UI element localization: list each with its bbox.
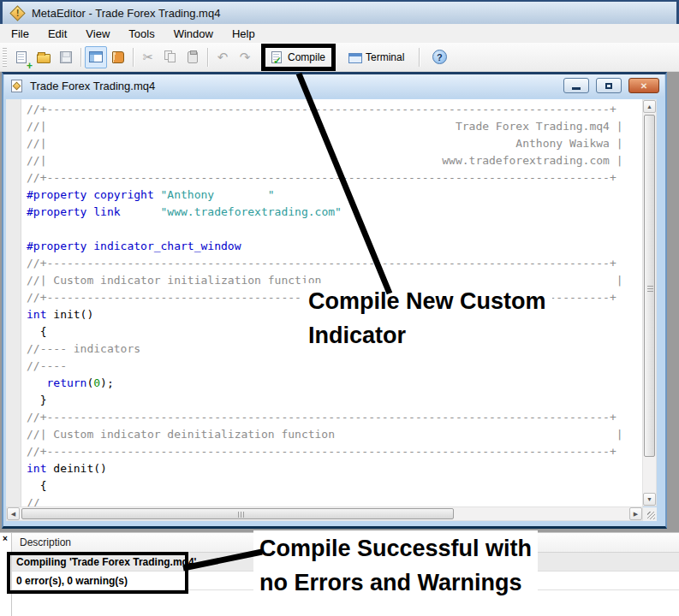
minimize-button[interactable] — [563, 78, 589, 93]
toolbar: + ✂ ↶ ↷ ✓ Compile Terminal ? — [0, 43, 679, 72]
document-title-bar[interactable]: Trade Forex Trading.mq4 ✕ — [4, 74, 664, 98]
menu-item-tools[interactable]: Tools — [119, 26, 164, 42]
menu-bar: FileEditViewToolsWindowHelp — [0, 24, 679, 43]
code-line: #property link "www.tradeforextrading.co… — [27, 204, 623, 221]
annotation-text-success: Compile Successful with no Errors and Wa… — [253, 530, 538, 601]
code-line: int deinit() — [27, 460, 623, 477]
cut-button[interactable]: ✂ — [137, 46, 159, 68]
editor-gutter — [6, 99, 21, 506]
new-file-icon — [16, 51, 27, 63]
annotation-line: Compile Successful with — [259, 536, 532, 561]
code-line: //+-------------------------------------… — [27, 443, 623, 460]
toolbar-separator — [80, 48, 81, 67]
annotation-line: Indicator — [308, 323, 406, 348]
maximize-button[interactable] — [596, 78, 622, 93]
code-line: return(0); — [27, 375, 623, 392]
terminal-icon — [348, 53, 362, 63]
code-line: //| Anthony Waikwa | — [27, 135, 623, 152]
terminal-button-label: Terminal — [366, 51, 404, 63]
resize-grip[interactable] — [643, 507, 657, 521]
paste-button[interactable] — [182, 46, 204, 68]
redo-arrow-icon: ↷ — [240, 50, 251, 63]
help-button[interactable]: ? — [428, 46, 450, 68]
save-icon — [60, 51, 72, 63]
scissors-icon: ✂ — [143, 50, 154, 63]
code-line — [27, 221, 623, 238]
code-line: //| www.tradeforextrading.com | — [27, 152, 623, 169]
toolbar-separator — [207, 48, 208, 67]
horizontal-scrollbar[interactable]: ◀ ▶ — [6, 506, 643, 521]
mq4-document-icon — [11, 80, 22, 92]
code-line: //| Custom indicator deinitialization fu… — [27, 426, 623, 443]
window-title-bar: ! MetaEditor - Trade Forex Trading.mq4 — [0, 0, 679, 24]
paste-icon — [188, 51, 198, 63]
close-button[interactable]: ✕ — [628, 78, 659, 93]
document-title: Trade Forex Trading.mq4 — [30, 80, 155, 92]
code-line: //| Trade Forex Trading.mq4 | — [27, 118, 623, 135]
new-file-button[interactable]: + — [10, 46, 33, 68]
scroll-up-button[interactable]: ▲ — [643, 100, 656, 113]
vertical-scroll-thumb[interactable] — [644, 115, 655, 457]
code-line: //+-------------------------------------… — [27, 409, 623, 426]
code-line: } — [27, 392, 623, 409]
compile-button[interactable]: ✓ Compile — [265, 48, 331, 67]
plus-badge-icon: + — [27, 62, 33, 70]
annotation-line: Compile New Custom — [308, 288, 546, 314]
menu-item-help[interactable]: Help — [223, 26, 265, 42]
navigator-toggle-button[interactable] — [85, 46, 107, 68]
terminal-button[interactable]: Terminal — [342, 48, 410, 67]
book-icon — [112, 51, 124, 63]
toolbar-grip[interactable] — [3, 48, 7, 67]
toolbar-separator — [419, 48, 420, 67]
compile-icon: ✓ — [271, 51, 282, 63]
code-line: //+-------------------------------------… — [27, 255, 623, 272]
open-folder-icon — [37, 54, 51, 63]
dictionary-button[interactable] — [107, 46, 129, 68]
annotation-text-compile: Compile New Custom Indicator — [302, 283, 552, 353]
menu-item-file[interactable]: File — [2, 26, 39, 42]
metaeditor-icon: ! — [9, 5, 25, 21]
annotation-box-compile-button: ✓ Compile — [261, 44, 336, 71]
code-line: #property copyright "Anthony " — [27, 187, 623, 204]
annotation-line: no Errors and Warnings — [259, 570, 522, 595]
undo-button[interactable]: ↶ — [211, 46, 234, 68]
copy-icon — [164, 50, 177, 63]
code-line: //+-------------------------------------… — [27, 169, 623, 187]
menu-item-edit[interactable]: Edit — [39, 26, 76, 42]
code-line: // — [27, 495, 623, 506]
help-icon: ? — [432, 50, 447, 64]
code-line: //---- — [27, 358, 623, 375]
window-title: MetaEditor - Trade Forex Trading.mq4 — [32, 7, 220, 20]
scroll-left-button[interactable]: ◀ — [7, 507, 20, 520]
output-close-icon[interactable]: × — [3, 534, 8, 543]
redo-button[interactable]: ↷ — [234, 46, 256, 68]
menu-item-window[interactable]: Window — [164, 26, 223, 42]
open-file-button[interactable] — [33, 46, 55, 68]
scroll-right-button[interactable]: ▶ — [629, 507, 642, 520]
undo-arrow-icon: ↶ — [217, 50, 229, 63]
navigator-panel-icon — [89, 51, 103, 62]
output-header-label: Description — [20, 536, 71, 548]
compile-button-label: Compile — [288, 51, 325, 63]
annotation-box-output — [7, 552, 188, 594]
toolbar-separator — [133, 48, 134, 67]
scroll-down-button[interactable]: ▼ — [643, 493, 656, 506]
horizontal-scroll-thumb[interactable] — [21, 508, 454, 519]
menu-item-view[interactable]: View — [76, 26, 119, 42]
save-button[interactable] — [55, 46, 77, 68]
code-line: //+-------------------------------------… — [27, 101, 623, 118]
vertical-scrollbar[interactable]: ▲ ▼ — [642, 99, 657, 506]
code-line: { — [27, 477, 623, 495]
code-line: #property indicator_chart_window — [27, 238, 623, 255]
copy-button[interactable] — [159, 46, 182, 68]
